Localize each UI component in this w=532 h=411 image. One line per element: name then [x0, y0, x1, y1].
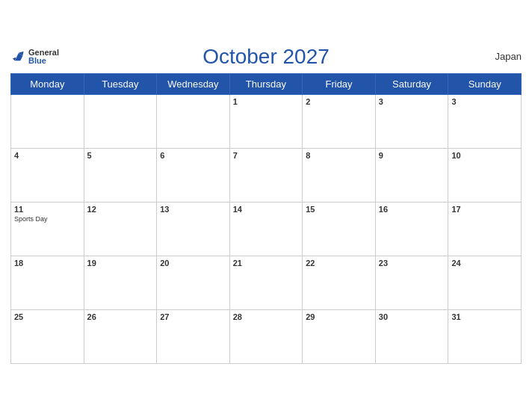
logo-general: General — [28, 49, 59, 57]
table-row: 19 — [84, 256, 157, 309]
table-row: 9 — [375, 148, 448, 202]
table-row: 28 — [229, 309, 303, 363]
table-row: 13 — [157, 202, 230, 256]
table-row: 1 — [229, 94, 303, 148]
logo-area: General Blue — [10, 49, 59, 65]
country-label: Japan — [495, 51, 522, 62]
header-wednesday: Wednesday — [157, 73, 230, 94]
table-row: 31 — [448, 309, 522, 363]
table-row: 27 — [157, 309, 230, 363]
header-friday: Friday — [303, 73, 376, 94]
table-row: 4 — [11, 148, 84, 202]
table-row: 15 — [303, 202, 376, 256]
table-row: 12 — [84, 202, 157, 256]
calendar-day-empty — [11, 94, 84, 148]
table-row: 18 — [11, 256, 84, 309]
header-tuesday: Tuesday — [84, 73, 157, 94]
table-row: 5 — [84, 148, 157, 202]
table-row: 17 — [448, 202, 522, 256]
table-row: 20 — [157, 256, 230, 309]
calendar-week-row: 45678910 — [11, 148, 522, 202]
header-thursday: Thursday — [229, 73, 303, 94]
table-row: 25 — [11, 309, 84, 363]
calendar-week-row: 25262728293031 — [11, 309, 522, 363]
calendar-week-row: 18192021222324 — [11, 256, 522, 309]
calendar-table: Monday Tuesday Wednesday Thursday Friday… — [10, 73, 522, 364]
logo-text: General Blue — [28, 49, 59, 65]
header-saturday: Saturday — [375, 73, 448, 94]
logo-blue: Blue — [28, 57, 59, 65]
table-row: 6 — [157, 148, 230, 202]
table-row: 24 — [448, 256, 522, 309]
table-row: 10 — [448, 148, 522, 202]
table-row: 16 — [375, 202, 448, 256]
table-row: 22 — [303, 256, 376, 309]
calendar-header: General Blue October 2027 Japan — [10, 45, 522, 69]
table-row: 21 — [229, 256, 303, 309]
calendar-container: General Blue October 2027 Japan Monday T… — [0, 37, 532, 374]
calendar-week-row: 1233 — [11, 94, 522, 148]
table-row: 26 — [84, 309, 157, 363]
table-row: 8 — [303, 148, 376, 202]
calendar-day-empty — [157, 94, 230, 148]
calendar-title: October 2027 — [202, 45, 330, 69]
table-row: 2 — [303, 94, 376, 148]
table-row: 23 — [375, 256, 448, 309]
table-row: 30 — [375, 309, 448, 363]
logo-bird-icon — [10, 49, 27, 65]
table-row: 11Sports Day — [11, 202, 84, 256]
calendar-week-row: 11Sports Day121314151617 — [11, 202, 522, 256]
table-row: 3 — [375, 94, 448, 148]
calendar-day-empty — [84, 94, 157, 148]
table-row: 3 — [448, 94, 522, 148]
header-sunday: Sunday — [448, 73, 522, 94]
table-row: 29 — [303, 309, 376, 363]
table-row: 7 — [229, 148, 303, 202]
header-monday: Monday — [11, 73, 84, 94]
weekday-header-row: Monday Tuesday Wednesday Thursday Friday… — [11, 73, 522, 94]
table-row: 14 — [229, 202, 303, 256]
